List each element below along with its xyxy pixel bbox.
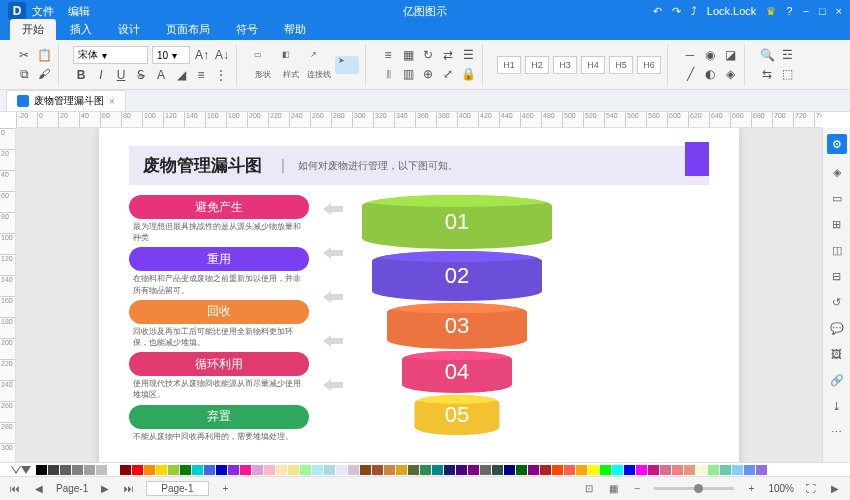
undo-icon[interactable]: ↶ [653, 5, 662, 18]
zoom-out-icon[interactable]: − [630, 482, 644, 496]
heading-button[interactable]: H6 [637, 56, 661, 74]
color-swatch[interactable] [264, 465, 275, 475]
color-swatch[interactable] [144, 465, 155, 475]
zoom-in-icon[interactable]: + [744, 482, 758, 496]
item-pill[interactable]: 避免产生 [129, 195, 309, 219]
doc-tab[interactable]: 废物管理漏斗图 × [6, 90, 126, 111]
color-swatch[interactable] [468, 465, 479, 475]
settings-icon[interactable]: ⚙ [827, 134, 847, 154]
color-swatch[interactable] [312, 465, 323, 475]
color-swatch[interactable] [720, 465, 731, 475]
strike-icon[interactable]: S̶ [133, 67, 149, 83]
heading-button[interactable]: H3 [553, 56, 577, 74]
ribbon-tab[interactable]: 符号 [224, 19, 270, 40]
search-icon[interactable]: 🔍 [759, 47, 775, 63]
ribbon-tab[interactable]: 页面布局 [154, 19, 222, 40]
color-swatch[interactable] [528, 465, 539, 475]
color-swatch[interactable] [360, 465, 371, 475]
size-select[interactable]: 10▾ [152, 46, 190, 64]
color-swatch[interactable] [36, 465, 47, 475]
ribbon-tab[interactable]: 开始 [10, 19, 56, 40]
style-button[interactable]: ◧样式 [279, 50, 303, 80]
color-swatch[interactable] [60, 465, 71, 475]
color-swatch[interactable] [48, 465, 59, 475]
color-swatch[interactable] [516, 465, 527, 475]
item-pill[interactable]: 重用 [129, 247, 309, 271]
center-icon[interactable]: ⊕ [420, 66, 436, 82]
menu-file[interactable]: 文件 [32, 4, 54, 19]
rotate-icon[interactable]: ↻ [420, 47, 436, 63]
export-icon[interactable]: ⤓ [829, 398, 845, 414]
menu-edit[interactable]: 编辑 [68, 4, 90, 19]
cut-icon[interactable]: ✂ [16, 47, 32, 63]
color-swatch[interactable] [708, 465, 719, 475]
color-swatch[interactable] [444, 465, 455, 475]
size-icon[interactable]: ⤢ [440, 66, 456, 82]
bold-icon[interactable]: B [73, 67, 89, 83]
close-icon[interactable]: × [836, 5, 842, 17]
heading-button[interactable]: H5 [609, 56, 633, 74]
color-swatch[interactable] [204, 465, 215, 475]
color-swatch[interactable] [348, 465, 359, 475]
color-swatch[interactable] [252, 465, 263, 475]
fill-icon[interactable]: ◉ [702, 47, 718, 63]
page-select[interactable]: Page-1 [146, 481, 208, 496]
color-swatch[interactable] [420, 465, 431, 475]
nav-start-icon[interactable]: ⏮ [8, 482, 22, 496]
color-swatch[interactable] [96, 465, 107, 475]
list-icon[interactable]: ≡ [193, 67, 209, 83]
italic-icon[interactable]: I [93, 67, 109, 83]
nav-next-icon[interactable]: ▶ [98, 482, 112, 496]
color-swatch[interactable] [672, 465, 683, 475]
color-swatch[interactable] [324, 465, 335, 475]
color-swatch[interactable] [600, 465, 611, 475]
image-icon[interactable]: 🖼 [829, 346, 845, 362]
color-swatch[interactable] [552, 465, 563, 475]
canvas[interactable]: 废物管理漏斗图 如何对废物进行管理，以下图可知。 避免产生最为理想但最具挑战性的… [16, 128, 822, 462]
color-swatch[interactable] [564, 465, 575, 475]
connector-button[interactable]: ↗连接线 [307, 50, 331, 80]
color-swatch[interactable] [408, 465, 419, 475]
color-swatch[interactable] [240, 465, 251, 475]
color-swatch[interactable] [576, 465, 587, 475]
color-swatch[interactable] [396, 465, 407, 475]
ribbon-tab[interactable]: 设计 [106, 19, 152, 40]
layers-icon[interactable]: ☲ [779, 47, 795, 63]
link-icon[interactable]: 🔗 [829, 372, 845, 388]
color-swatch[interactable] [156, 465, 167, 475]
color-swatch[interactable] [72, 465, 83, 475]
history-icon[interactable]: ↺ [829, 294, 845, 310]
color-swatch[interactable] [132, 465, 143, 475]
opacity-icon[interactable]: ◈ [722, 66, 738, 82]
linecolor-icon[interactable]: ╱ [682, 66, 698, 82]
order-icon[interactable]: ☰ [460, 47, 476, 63]
gradient-icon[interactable]: ◐ [702, 66, 718, 82]
color-swatch[interactable] [480, 465, 491, 475]
nav-prev-icon[interactable]: ◀ [32, 482, 46, 496]
color-swatch[interactable] [540, 465, 551, 475]
nofill-icon[interactable] [6, 466, 16, 474]
theme-icon[interactable]: ◈ [829, 164, 845, 180]
heading-button[interactable]: H4 [581, 56, 605, 74]
bullet-icon[interactable]: ⋮ [213, 67, 229, 83]
heading-button[interactable]: H1 [497, 56, 521, 74]
dist-icon[interactable]: ⫴ [380, 66, 396, 82]
cursor-button[interactable]: ➤ [335, 56, 359, 74]
heading-button[interactable]: H2 [525, 56, 549, 74]
lock-icon[interactable]: 🔒 [460, 66, 476, 82]
highlight-icon[interactable]: ◢ [173, 67, 189, 83]
data-icon[interactable]: ⊟ [829, 268, 845, 284]
chart-icon[interactable]: ◫ [829, 242, 845, 258]
comment-icon[interactable]: 💬 [829, 320, 845, 336]
color-swatch[interactable] [660, 465, 671, 475]
underline-icon[interactable]: U [113, 67, 129, 83]
fontcolor-icon[interactable]: A [153, 67, 169, 83]
fontsize-up-icon[interactable]: A↑ [194, 47, 210, 63]
paint-icon[interactable]: 🖌 [36, 66, 52, 82]
color-swatch[interactable] [636, 465, 647, 475]
color-swatch[interactable] [276, 465, 287, 475]
font-select[interactable]: 宋体▾ [73, 46, 148, 64]
color-swatch[interactable] [492, 465, 503, 475]
crown-icon[interactable]: ♛ [766, 5, 776, 18]
more-icon[interactable]: ⋯ [829, 424, 845, 440]
